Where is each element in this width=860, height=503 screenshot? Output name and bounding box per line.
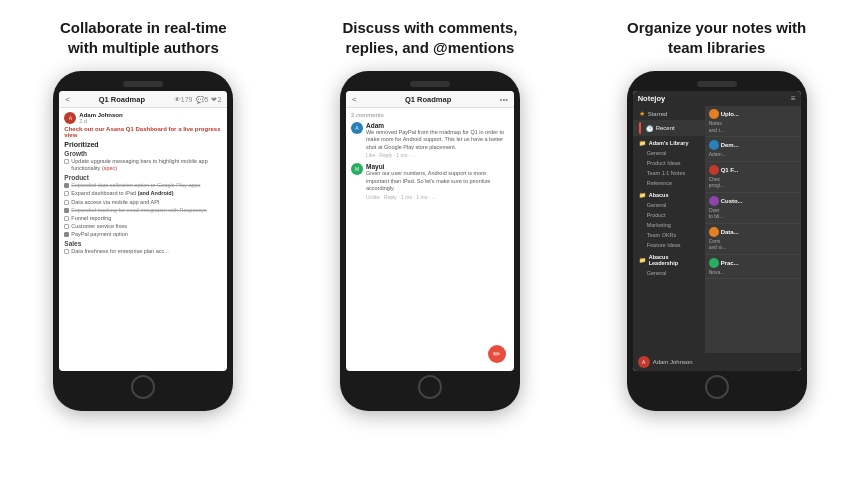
sidebar-team-notes[interactable]: Team 1:1 Notes	[633, 168, 705, 178]
sidebar-general-2[interactable]: General	[633, 200, 705, 210]
sub-label: Product	[647, 212, 666, 218]
sidebar-general-3[interactable]: General	[633, 268, 705, 278]
comment-1: A Adam We removed PayPal from the roadma…	[351, 122, 509, 158]
comment-count-icon: 💬5	[196, 96, 209, 104]
note-title: Data...	[721, 229, 739, 235]
task-checkbox	[64, 216, 69, 221]
sales-heading: Sales	[64, 240, 222, 247]
note-item-1[interactable]: Uplo... Notesand t...	[705, 106, 801, 137]
comment1-text: We removed PayPal from the roadmap for Q…	[366, 129, 509, 151]
note-header: Dem...	[709, 140, 797, 150]
note-item-4[interactable]: Custo... Overto bli...	[705, 193, 801, 224]
task-row: Expanded data collection option to Googl…	[64, 182, 222, 189]
highlight-text: Check out our Asana Q1 Dashboard for a l…	[64, 126, 222, 138]
footer-avatar: A	[638, 356, 650, 368]
sub-label: Reference	[647, 180, 672, 186]
sidebar-feature-ideas[interactable]: Feature Ideas	[633, 240, 705, 250]
note-avatar	[709, 227, 719, 237]
note-preview: Adam...	[709, 151, 797, 158]
panel1-title: Collaborate in real-timewith multiple au…	[60, 18, 227, 57]
more-icon: •••	[500, 95, 508, 104]
comment2-content: Mayui Given our user numbers, Android su…	[366, 163, 509, 199]
growth-heading: Growth	[64, 150, 222, 157]
note-header: Q1 F...	[709, 165, 797, 175]
sub-label: Team 1:1 Notes	[647, 170, 686, 176]
screen1-title: Q1 Roadmap	[99, 95, 145, 104]
task-checkbox-checked	[64, 208, 69, 213]
sidebar-marketing[interactable]: Marketing	[633, 220, 705, 230]
task-checkbox	[64, 191, 69, 196]
hamburger-icon[interactable]: ≡	[791, 94, 796, 103]
task-text: Customer service fixes	[71, 223, 127, 230]
phone-3: Notejoy ≡ ★ Starred 🕐 Recent 📁	[627, 71, 807, 411]
post-time: 2 d	[79, 118, 122, 124]
sidebar-product[interactable]: Product	[633, 210, 705, 220]
note-item-6[interactable]: Prac... Nova...	[705, 255, 801, 280]
note-header: Custo...	[709, 196, 797, 206]
sidebar: ★ Starred 🕐 Recent 📁 Adam's Library Gene…	[633, 106, 705, 353]
back-icon-2[interactable]: <	[352, 95, 357, 104]
note-title: Uplo...	[721, 111, 739, 117]
product-heading: Product	[64, 174, 222, 181]
sidebar-okrs[interactable]: Team OKRs	[633, 230, 705, 240]
task-checkbox-checked	[64, 183, 69, 188]
view-count: 👁179	[174, 96, 193, 104]
task-checkbox	[64, 224, 69, 229]
panel2-title: Discuss with comments,replies, and @ment…	[342, 18, 517, 57]
sub-label: General	[647, 270, 667, 276]
sidebar-adams-library[interactable]: 📁 Adam's Library	[633, 138, 705, 148]
header-icons: 👁179 💬5 ❤2	[174, 96, 222, 104]
phone2-home-button	[418, 375, 442, 399]
commenter2-avatar: M	[351, 163, 363, 175]
panel-collaborate: Collaborate in real-timewith multiple au…	[0, 0, 287, 503]
leadership-icon: 📁	[639, 257, 646, 263]
note-title: Custo...	[721, 198, 743, 204]
starred-label: Starred	[648, 111, 668, 117]
sidebar-general-1[interactable]: General	[633, 148, 705, 158]
screen3-body: ★ Starred 🕐 Recent 📁 Adam's Library Gene…	[633, 106, 801, 353]
task-text-strike: Expanded data collection option to Googl…	[71, 182, 200, 189]
note-avatar	[709, 109, 719, 119]
task-row: PayPal payment option	[64, 231, 222, 238]
library-icon: 📁	[639, 140, 646, 146]
note-preview: Checprogi...	[709, 176, 797, 189]
author-info: Adam Johnson 2 d	[79, 112, 122, 124]
comment2-actions: Unlike · Reply · 1 mo · 1 mo · ...	[366, 194, 509, 200]
note-item-3[interactable]: Q1 F... Checprogi...	[705, 162, 801, 193]
comment2-text: Given our user numbers, Android support …	[366, 170, 509, 192]
sidebar-product-ideas[interactable]: Product Ideas	[633, 158, 705, 168]
active-bar	[639, 122, 641, 134]
task-text: PayPal payment option	[71, 231, 128, 238]
commenter1-name: Adam	[366, 122, 509, 129]
task-row: Customer service fixes	[64, 223, 222, 230]
note-preview: Overto bli...	[709, 207, 797, 220]
sub-label: Marketing	[647, 222, 671, 228]
panel3-title: Organize your notes withteam libraries	[627, 18, 806, 57]
compose-fab[interactable]: ✏	[488, 345, 506, 363]
note-title: Dem...	[721, 142, 739, 148]
app-name: Notejoy	[638, 94, 666, 103]
author-row: A Adam Johnson 2 d	[64, 112, 222, 124]
note-header: Data...	[709, 227, 797, 237]
screen2-title: Q1 Roadmap	[405, 95, 451, 104]
comment-2: M Mayui Given our user numbers, Android …	[351, 163, 509, 199]
comment1-actions: Like · Reply · 1 mo · ...	[366, 152, 509, 158]
phone1-home-button	[131, 375, 155, 399]
note-item-2[interactable]: Dem... Adam...	[705, 137, 801, 162]
sidebar-abacus[interactable]: 📁 Abacus	[633, 190, 705, 200]
sidebar-abacus-leadership[interactable]: 📁 Abacus Leadership	[633, 252, 705, 268]
star-icon: ★	[639, 110, 645, 118]
sub-label: Team OKRs	[647, 232, 677, 238]
sub-label: Feature Ideas	[647, 242, 681, 248]
task-text-bold: Expand dashboard to iPad (and Android)	[71, 190, 173, 197]
note-preview: Notesand t...	[709, 120, 797, 133]
back-icon[interactable]: <	[65, 95, 70, 104]
sidebar-reference[interactable]: Reference	[633, 178, 705, 188]
recent-label: Recent	[656, 125, 675, 131]
prioritized-heading: Prioritized	[64, 141, 222, 148]
sub-label: Product Ideas	[647, 160, 681, 166]
note-item-5[interactable]: Data... Comiand si...	[705, 224, 801, 255]
sidebar-starred[interactable]: ★ Starred	[633, 108, 705, 120]
notes-list: Uplo... Notesand t... Dem... Adam...	[705, 106, 801, 353]
sidebar-recent[interactable]: 🕐 Recent	[633, 120, 705, 136]
